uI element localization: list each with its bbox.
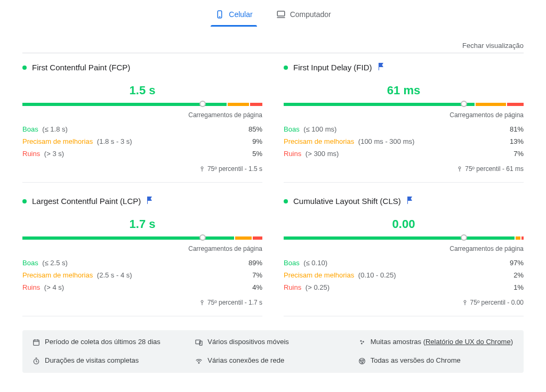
dist-percent: 97% xyxy=(510,259,524,267)
distribution-bar xyxy=(284,236,524,240)
dist-range: (0.10 - 0.25) xyxy=(356,271,396,279)
chrome-icon xyxy=(358,357,366,365)
dist-range: (> 300 ms) xyxy=(303,150,339,158)
footer-network-text: Várias conexões de rede xyxy=(207,356,284,364)
distribution-bar xyxy=(284,103,524,106)
dist-percent: 4% xyxy=(252,283,262,291)
dist-percent: 5% xyxy=(252,150,262,158)
dist-label: Boas xyxy=(22,259,38,267)
dist-row: Ruins (> 3 s)5% xyxy=(22,148,262,160)
percentile-note: 75º percentil - 61 ms xyxy=(284,165,524,173)
samples-icon xyxy=(358,338,366,347)
dist-row: Ruins (> 300 ms)7% xyxy=(284,148,524,160)
percentile-marker-icon xyxy=(456,166,463,172)
status-dot-icon xyxy=(284,66,288,70)
dist-label: Boas xyxy=(284,259,300,267)
dist-label: Ruins xyxy=(22,283,40,291)
metric-value: 0.00 xyxy=(284,217,524,231)
percentile-note: 75º percentil - 1.5 s xyxy=(22,165,262,173)
dist-row: Precisam de melhorias (100 ms - 300 ms)1… xyxy=(284,135,524,148)
footer-devices-text: Vários dispositivos móveis xyxy=(207,338,288,346)
footer-visits-text: Durações de visitas completas xyxy=(45,356,139,364)
svg-point-19 xyxy=(363,341,364,342)
svg-point-25 xyxy=(198,362,199,363)
footer-versions-text: Todas as versões do Chrome xyxy=(371,356,461,364)
tab-mobile[interactable]: Celular xyxy=(213,5,254,26)
dist-percent: 85% xyxy=(248,125,262,133)
desktop-icon xyxy=(276,10,286,19)
percentile-marker-icon xyxy=(199,166,205,172)
dist-label: Ruins xyxy=(22,150,40,158)
metric-title: Cumulative Layout Shift (CLS) xyxy=(293,197,401,206)
dist-range: (> 0.25) xyxy=(303,283,330,291)
page-loads-label: Carregamentos de página xyxy=(22,245,262,252)
dist-percent: 89% xyxy=(248,259,262,267)
metric-title: First Contentful Paint (FCP) xyxy=(32,63,130,72)
dist-label: Precisam de melhorias xyxy=(22,271,93,279)
svg-rect-2 xyxy=(277,11,285,16)
crux-report-link[interactable]: Relatório de UX do Chrome xyxy=(425,338,511,346)
dist-percent: 9% xyxy=(252,137,262,145)
wifi-icon xyxy=(195,357,203,365)
svg-point-6 xyxy=(459,167,461,169)
devices-icon xyxy=(195,338,203,347)
percentile-note: 75º percentil - 1.7 s xyxy=(22,299,262,306)
tab-desktop-label: Computador xyxy=(290,10,331,19)
dist-row: Precisam de melhorias (0.10 - 0.25)2% xyxy=(284,269,524,281)
dist-row: Ruins (> 0.25)1% xyxy=(284,281,524,293)
dist-label: Boas xyxy=(284,125,300,133)
tab-desktop[interactable]: Computador xyxy=(274,5,333,26)
footer-versions: Todas as versões do Chrome xyxy=(358,356,514,365)
metric-fid: First Input Delay (FID)61 msCarregamento… xyxy=(284,63,524,183)
percentile-marker xyxy=(199,234,206,241)
dist-range: (≤ 100 ms) xyxy=(302,125,337,133)
dist-range: (≤ 2.5 s) xyxy=(41,259,68,267)
metrics-grid: First Contentful Paint (FCP)1.5 sCarrega… xyxy=(22,63,524,330)
metric-cls: Cumulative Layout Shift (CLS)0.00Carrega… xyxy=(284,197,524,316)
footer-samples: Muitas amostras (Relatório de UX do Chro… xyxy=(358,338,514,347)
dist-percent: 2% xyxy=(513,271,524,279)
footer-network: Várias conexões de rede xyxy=(195,356,351,365)
dist-label: Precisam de melhorias xyxy=(284,137,354,145)
svg-point-20 xyxy=(361,343,363,345)
percentile-marker-icon xyxy=(199,299,205,306)
calendar-icon xyxy=(32,338,41,347)
dist-percent: 81% xyxy=(510,125,524,133)
dist-row: Boas (≤ 100 ms)81% xyxy=(284,123,524,135)
dist-row: Ruins (> 4 s)4% xyxy=(22,281,262,293)
tab-mobile-label: Celular xyxy=(229,10,252,19)
svg-point-8 xyxy=(201,300,203,303)
device-tabs: Celular Computador xyxy=(6,0,540,26)
percentile-marker-icon xyxy=(462,299,468,306)
footer-samples-text: Muitas amostras (Relatório de UX do Chro… xyxy=(371,338,513,346)
footer-period-text: Período de coleta dos últimos 28 dias xyxy=(45,338,160,346)
svg-point-10 xyxy=(464,300,466,303)
core-web-vital-flag-icon xyxy=(379,63,385,72)
close-visualization-link[interactable]: Fechar visualização xyxy=(462,42,524,50)
core-web-vital-flag-icon xyxy=(147,197,154,206)
percentile-marker xyxy=(199,101,206,107)
dist-range: (≤ 1.8 s) xyxy=(41,125,68,133)
core-web-vital-flag-icon xyxy=(407,197,414,206)
percentile-marker xyxy=(461,234,467,241)
status-dot-icon xyxy=(22,66,27,70)
dist-label: Precisam de melhorias xyxy=(284,271,354,279)
distribution-bar xyxy=(22,103,262,106)
dist-range: (≤ 0.10) xyxy=(302,259,327,267)
dist-range: (1.8 s - 3 s) xyxy=(95,137,132,145)
dist-label: Ruins xyxy=(284,283,301,291)
percentile-note: 75º percentil - 0.00 xyxy=(284,299,524,306)
clock-icon xyxy=(32,357,41,365)
dist-label: Ruins xyxy=(284,150,301,158)
page-loads-label: Carregamentos de página xyxy=(284,111,524,119)
metric-title: Largest Contentful Paint (LCP) xyxy=(32,197,141,206)
metric-fcp: First Contentful Paint (FCP)1.5 sCarrega… xyxy=(22,63,262,183)
metric-title: First Input Delay (FID) xyxy=(293,63,372,72)
dist-label: Boas xyxy=(22,125,38,133)
status-dot-icon xyxy=(284,199,288,203)
svg-point-4 xyxy=(201,167,203,169)
svg-line-23 xyxy=(36,362,37,362)
svg-rect-12 xyxy=(34,340,39,345)
dist-row: Precisam de melhorias (2.5 s - 4 s)7% xyxy=(22,269,262,281)
page-loads-label: Carregamentos de página xyxy=(284,245,524,252)
